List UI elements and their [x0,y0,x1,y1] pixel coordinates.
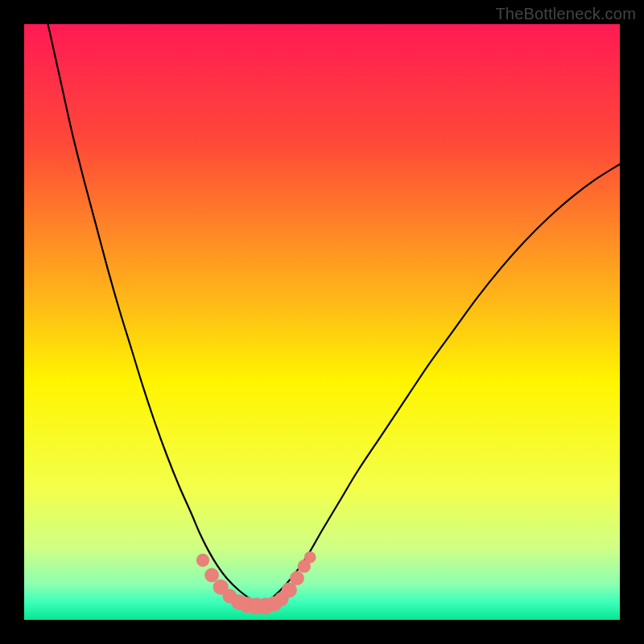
data-marker [290,571,304,585]
data-marker [196,554,209,567]
data-marker [204,568,219,583]
bottleneck-chart [0,0,644,644]
data-marker [304,551,316,564]
watermark-text: TheBottleneck.com [495,5,636,23]
chart-frame: TheBottleneck.com [0,0,644,644]
